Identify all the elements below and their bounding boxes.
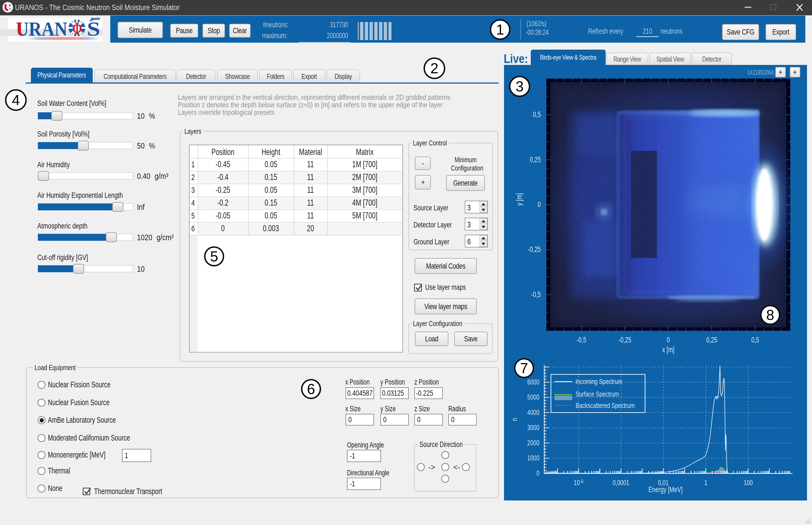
svg-text:Φ: Φ: [73, 19, 82, 39]
svg-text:S: S: [87, 18, 100, 40]
svg-text:URAN: URAN: [16, 18, 67, 40]
